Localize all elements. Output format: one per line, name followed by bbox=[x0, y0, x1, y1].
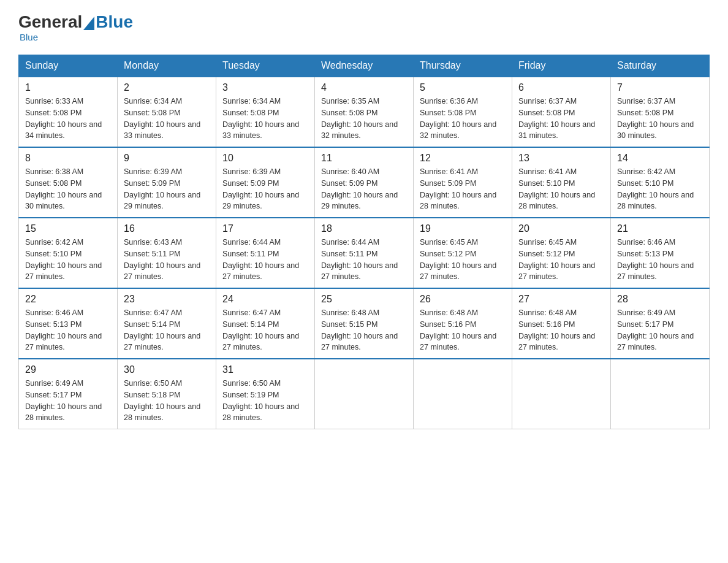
day-number: 13 bbox=[518, 153, 604, 164]
day-info: Sunrise: 6:47 AMSunset: 5:14 PMDaylight:… bbox=[222, 307, 308, 353]
day-info: Sunrise: 6:35 AMSunset: 5:08 PMDaylight:… bbox=[321, 96, 407, 142]
calendar-cell: 26 Sunrise: 6:48 AMSunset: 5:16 PMDaylig… bbox=[414, 288, 512, 359]
calendar-cell: 14 Sunrise: 6:42 AMSunset: 5:10 PMDaylig… bbox=[611, 147, 710, 218]
calendar-cell: 24 Sunrise: 6:47 AMSunset: 5:14 PMDaylig… bbox=[216, 288, 315, 359]
calendar-cell: 10 Sunrise: 6:39 AMSunset: 5:09 PMDaylig… bbox=[216, 147, 315, 218]
day-info: Sunrise: 6:33 AMSunset: 5:08 PMDaylight:… bbox=[25, 96, 111, 142]
day-info: Sunrise: 6:34 AMSunset: 5:08 PMDaylight:… bbox=[222, 96, 308, 142]
day-info: Sunrise: 6:43 AMSunset: 5:11 PMDaylight:… bbox=[124, 237, 210, 283]
day-number: 22 bbox=[25, 294, 111, 305]
calendar-cell: 28 Sunrise: 6:49 AMSunset: 5:17 PMDaylig… bbox=[611, 288, 710, 359]
day-info: Sunrise: 6:50 AMSunset: 5:18 PMDaylight:… bbox=[124, 378, 210, 424]
logo-text: General Blue bbox=[18, 12, 133, 32]
calendar-cell: 16 Sunrise: 6:43 AMSunset: 5:11 PMDaylig… bbox=[118, 218, 216, 288]
calendar-cell: 1 Sunrise: 6:33 AMSunset: 5:08 PMDayligh… bbox=[19, 77, 118, 147]
day-number: 18 bbox=[321, 223, 407, 234]
day-info: Sunrise: 6:39 AMSunset: 5:09 PMDaylight:… bbox=[222, 166, 308, 212]
day-info: Sunrise: 6:37 AMSunset: 5:08 PMDaylight:… bbox=[617, 96, 703, 142]
day-info: Sunrise: 6:42 AMSunset: 5:10 PMDaylight:… bbox=[617, 166, 703, 212]
day-number: 17 bbox=[222, 223, 308, 234]
day-info: Sunrise: 6:38 AMSunset: 5:08 PMDaylight:… bbox=[25, 166, 111, 212]
calendar-cell: 4 Sunrise: 6:35 AMSunset: 5:08 PMDayligh… bbox=[315, 77, 414, 147]
logo-blue-text: Blue bbox=[96, 12, 133, 32]
day-info: Sunrise: 6:46 AMSunset: 5:13 PMDaylight:… bbox=[617, 237, 703, 283]
day-number: 16 bbox=[124, 223, 210, 234]
calendar-cell: 6 Sunrise: 6:37 AMSunset: 5:08 PMDayligh… bbox=[512, 77, 611, 147]
calendar-table: SundayMondayTuesdayWednesdayThursdayFrid… bbox=[18, 55, 710, 429]
day-info: Sunrise: 6:47 AMSunset: 5:14 PMDaylight:… bbox=[124, 307, 210, 353]
day-number: 19 bbox=[420, 223, 506, 234]
day-info: Sunrise: 6:48 AMSunset: 5:15 PMDaylight:… bbox=[321, 307, 407, 353]
calendar-cell: 11 Sunrise: 6:40 AMSunset: 5:09 PMDaylig… bbox=[315, 147, 414, 218]
day-info: Sunrise: 6:40 AMSunset: 5:09 PMDaylight:… bbox=[321, 166, 407, 212]
day-info: Sunrise: 6:48 AMSunset: 5:16 PMDaylight:… bbox=[420, 307, 506, 353]
day-number: 24 bbox=[222, 294, 308, 305]
calendar-cell: 15 Sunrise: 6:42 AMSunset: 5:10 PMDaylig… bbox=[19, 218, 118, 288]
calendar-cell: 31 Sunrise: 6:50 AMSunset: 5:19 PMDaylig… bbox=[216, 359, 315, 429]
day-info: Sunrise: 6:49 AMSunset: 5:17 PMDaylight:… bbox=[25, 378, 111, 424]
day-number: 25 bbox=[321, 294, 407, 305]
weekday-header-friday: Friday bbox=[512, 55, 611, 77]
day-info: Sunrise: 6:37 AMSunset: 5:08 PMDaylight:… bbox=[518, 96, 604, 142]
day-number: 7 bbox=[617, 82, 703, 93]
weekday-header-sunday: Sunday bbox=[19, 55, 118, 77]
calendar-cell: 20 Sunrise: 6:45 AMSunset: 5:12 PMDaylig… bbox=[512, 218, 611, 288]
calendar-cell: 17 Sunrise: 6:44 AMSunset: 5:11 PMDaylig… bbox=[216, 218, 315, 288]
day-number: 12 bbox=[420, 153, 506, 164]
calendar-cell bbox=[611, 359, 710, 429]
day-info: Sunrise: 6:41 AMSunset: 5:10 PMDaylight:… bbox=[518, 166, 604, 212]
weekday-header-row: SundayMondayTuesdayWednesdayThursdayFrid… bbox=[19, 55, 710, 77]
day-info: Sunrise: 6:48 AMSunset: 5:16 PMDaylight:… bbox=[518, 307, 604, 353]
day-number: 26 bbox=[420, 294, 506, 305]
day-info: Sunrise: 6:36 AMSunset: 5:08 PMDaylight:… bbox=[420, 96, 506, 142]
day-number: 31 bbox=[222, 364, 308, 375]
svg-marker-0 bbox=[83, 17, 94, 30]
weekday-header-monday: Monday bbox=[118, 55, 216, 77]
calendar-cell: 2 Sunrise: 6:34 AMSunset: 5:08 PMDayligh… bbox=[118, 77, 216, 147]
day-number: 5 bbox=[420, 82, 506, 93]
calendar-week-row: 29 Sunrise: 6:49 AMSunset: 5:17 PMDaylig… bbox=[19, 359, 710, 429]
calendar-cell: 12 Sunrise: 6:41 AMSunset: 5:09 PMDaylig… bbox=[414, 147, 512, 218]
day-number: 20 bbox=[518, 223, 604, 234]
day-number: 14 bbox=[617, 153, 703, 164]
day-number: 30 bbox=[124, 364, 210, 375]
day-info: Sunrise: 6:49 AMSunset: 5:17 PMDaylight:… bbox=[617, 307, 703, 353]
calendar-cell: 7 Sunrise: 6:37 AMSunset: 5:08 PMDayligh… bbox=[611, 77, 710, 147]
logo-tagline: Blue bbox=[18, 32, 38, 42]
weekday-header-saturday: Saturday bbox=[611, 55, 710, 77]
calendar-cell: 22 Sunrise: 6:46 AMSunset: 5:13 PMDaylig… bbox=[19, 288, 118, 359]
day-number: 6 bbox=[518, 82, 604, 93]
calendar-cell: 19 Sunrise: 6:45 AMSunset: 5:12 PMDaylig… bbox=[414, 218, 512, 288]
calendar-cell: 27 Sunrise: 6:48 AMSunset: 5:16 PMDaylig… bbox=[512, 288, 611, 359]
day-number: 23 bbox=[124, 294, 210, 305]
day-info: Sunrise: 6:44 AMSunset: 5:11 PMDaylight:… bbox=[321, 237, 407, 283]
calendar-cell: 30 Sunrise: 6:50 AMSunset: 5:18 PMDaylig… bbox=[118, 359, 216, 429]
calendar-cell: 5 Sunrise: 6:36 AMSunset: 5:08 PMDayligh… bbox=[414, 77, 512, 147]
calendar-week-row: 22 Sunrise: 6:46 AMSunset: 5:13 PMDaylig… bbox=[19, 288, 710, 359]
day-number: 9 bbox=[124, 153, 210, 164]
day-number: 4 bbox=[321, 82, 407, 93]
weekday-header-tuesday: Tuesday bbox=[216, 55, 315, 77]
day-number: 10 bbox=[222, 153, 308, 164]
day-info: Sunrise: 6:42 AMSunset: 5:10 PMDaylight:… bbox=[25, 237, 111, 283]
day-info: Sunrise: 6:39 AMSunset: 5:09 PMDaylight:… bbox=[124, 166, 210, 212]
page-header: General Blue Blue bbox=[18, 12, 710, 42]
logo-general-text: General bbox=[18, 12, 82, 32]
calendar-cell: 29 Sunrise: 6:49 AMSunset: 5:17 PMDaylig… bbox=[19, 359, 118, 429]
calendar-week-row: 8 Sunrise: 6:38 AMSunset: 5:08 PMDayligh… bbox=[19, 147, 710, 218]
day-number: 29 bbox=[25, 364, 111, 375]
day-info: Sunrise: 6:45 AMSunset: 5:12 PMDaylight:… bbox=[518, 237, 604, 283]
day-info: Sunrise: 6:44 AMSunset: 5:11 PMDaylight:… bbox=[222, 237, 308, 283]
calendar-cell: 9 Sunrise: 6:39 AMSunset: 5:09 PMDayligh… bbox=[118, 147, 216, 218]
logo-triangle-icon bbox=[83, 17, 94, 30]
day-info: Sunrise: 6:50 AMSunset: 5:19 PMDaylight:… bbox=[222, 378, 308, 424]
calendar-cell: 23 Sunrise: 6:47 AMSunset: 5:14 PMDaylig… bbox=[118, 288, 216, 359]
calendar-cell bbox=[315, 359, 414, 429]
day-info: Sunrise: 6:34 AMSunset: 5:08 PMDaylight:… bbox=[124, 96, 210, 142]
calendar-cell bbox=[414, 359, 512, 429]
calendar-cell: 13 Sunrise: 6:41 AMSunset: 5:10 PMDaylig… bbox=[512, 147, 611, 218]
calendar-cell: 18 Sunrise: 6:44 AMSunset: 5:11 PMDaylig… bbox=[315, 218, 414, 288]
day-number: 15 bbox=[25, 223, 111, 234]
day-number: 11 bbox=[321, 153, 407, 164]
day-number: 2 bbox=[124, 82, 210, 93]
